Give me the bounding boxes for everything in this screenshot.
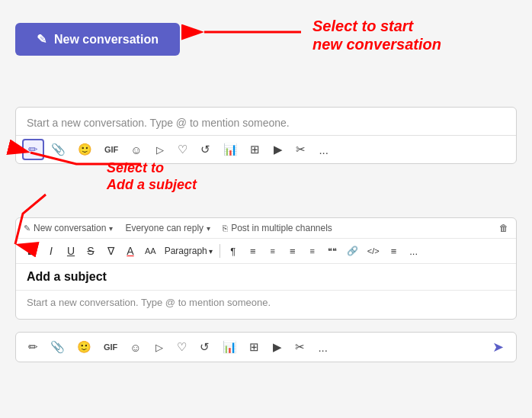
praise-btn-bottom[interactable]: ♡ xyxy=(171,336,193,358)
more-btn-top[interactable]: ... xyxy=(313,139,335,160)
chart-btn-bottom[interactable]: 📊 xyxy=(217,336,242,358)
subject-line[interactable]: Add a subject xyxy=(16,264,516,291)
loop-btn-bottom[interactable]: ↺ xyxy=(194,336,216,358)
new-conversation-meta[interactable]: ✎ New conversation ▾ xyxy=(24,223,113,233)
chevron-down-icon-3: ▾ xyxy=(209,247,213,256)
paragraph-dropdown[interactable]: Paragraph ▾ xyxy=(162,244,216,258)
underline-btn[interactable]: U xyxy=(62,242,80,260)
chevron-down-icon: ▾ xyxy=(109,224,113,233)
strikethrough-btn[interactable]: S xyxy=(82,242,100,260)
more-format-btn[interactable]: ... xyxy=(405,242,423,260)
workflow-btn-bottom[interactable]: ✂ xyxy=(290,336,311,358)
more-btn-bottom[interactable]: ... xyxy=(312,336,334,358)
bottom-toolbar-left: ✏ 📎 🙂 GIF ☺ ▷ ♡ ↺ 📊 ⊞ ▶ ✂ ... xyxy=(22,336,334,358)
compose-toolbar-top: ✏ 📎 🙂 GIF ☺ ▷ ♡ ↺ 📊 ⊞ ▶ ✂ ... xyxy=(16,135,516,163)
text-dir-btn[interactable]: ¶ xyxy=(224,242,242,260)
chevron-down-icon-2: ▾ xyxy=(207,224,210,233)
emoji-btn-bottom[interactable]: 🙂 xyxy=(72,336,97,358)
indent-btn[interactable]: ≡ xyxy=(385,242,403,260)
apps-btn[interactable]: ⊞ xyxy=(245,139,266,160)
gif-btn-bottom[interactable]: GIF xyxy=(98,336,123,358)
gif-btn[interactable]: GIF xyxy=(99,139,123,160)
italic-btn[interactable]: I xyxy=(42,242,60,260)
code-btn[interactable]: </> xyxy=(364,242,383,260)
new-conversation-label: New conversation xyxy=(54,33,159,47)
video-btn-bottom[interactable]: ▶ xyxy=(267,336,288,358)
video-btn[interactable]: ▶ xyxy=(268,139,289,160)
compose-meta-bar: ✎ New conversation ▾ Everyone can reply … xyxy=(16,218,516,239)
align-center-btn[interactable]: ≡ xyxy=(264,242,282,260)
compose-icon: ✎ xyxy=(37,32,46,47)
compose-body[interactable]: Start a new conversation. Type @ to ment… xyxy=(16,291,516,319)
meet-btn[interactable]: ▷ xyxy=(149,139,171,160)
font-size-btn[interactable]: AA xyxy=(141,242,160,260)
emoji-btn[interactable]: 🙂 xyxy=(72,139,98,160)
annotation-right: Select to start new conversation xyxy=(312,17,441,53)
formatting-toolbar: B I U S ∇ A AA Paragraph ▾ ¶ ≡ ≡ ≡ ≡ ❝❝ … xyxy=(16,239,516,264)
loop-btn[interactable]: ↺ xyxy=(195,139,216,160)
sticker-btn[interactable]: ☺ xyxy=(125,139,147,160)
attach-btn-bottom[interactable]: 📎 xyxy=(45,336,70,358)
bold-btn[interactable]: B xyxy=(22,242,40,260)
format-btn-bottom[interactable]: ✏ xyxy=(22,336,43,358)
compose-placeholder-top[interactable]: Start a new conversation. Type @ to ment… xyxy=(16,108,516,135)
attach-btn[interactable]: 📎 xyxy=(46,139,71,160)
trash-icon[interactable]: 🗑 xyxy=(499,223,508,233)
meet-btn-bottom[interactable]: ▷ xyxy=(149,336,170,358)
divider-1 xyxy=(220,244,220,258)
post-multiple-meta[interactable]: ⎘ Post in multiple channels xyxy=(223,223,332,233)
quote-btn[interactable]: ❝❝ xyxy=(323,242,341,260)
workflow-btn[interactable]: ✂ xyxy=(290,139,312,160)
chart-btn[interactable]: 📊 xyxy=(218,139,243,160)
praise-btn[interactable]: ♡ xyxy=(172,139,194,160)
compose-area-expanded: ✎ New conversation ▾ Everyone can reply … xyxy=(15,217,517,320)
format-btn-pencil[interactable]: ✏ xyxy=(22,139,44,160)
compose-area-simple: Start a new conversation. Type @ to ment… xyxy=(15,107,517,164)
annotation-left: Select to Add a subject xyxy=(107,160,197,193)
numbered-list-btn[interactable]: ≡ xyxy=(303,242,322,260)
everyone-reply-meta[interactable]: Everyone can reply ▾ xyxy=(125,223,210,233)
apps-btn-bottom[interactable]: ⊞ xyxy=(244,336,265,358)
sticker-btn-bottom[interactable]: ☺ xyxy=(124,336,146,358)
align-left-btn[interactable]: ≡ xyxy=(244,242,262,260)
send-button[interactable]: ➤ xyxy=(486,336,510,359)
bottom-toolbar: ✏ 📎 🙂 GIF ☺ ▷ ♡ ↺ 📊 ⊞ ▶ ✂ ... ➤ xyxy=(15,332,517,362)
new-conversation-button[interactable]: ✎ New conversation xyxy=(15,23,180,56)
highlight-btn[interactable]: ∇ xyxy=(101,242,120,260)
bullet-list-btn[interactable]: ≡ xyxy=(284,242,302,260)
font-color-btn[interactable]: A xyxy=(121,242,139,260)
link-btn[interactable]: 🔗 xyxy=(343,242,362,260)
